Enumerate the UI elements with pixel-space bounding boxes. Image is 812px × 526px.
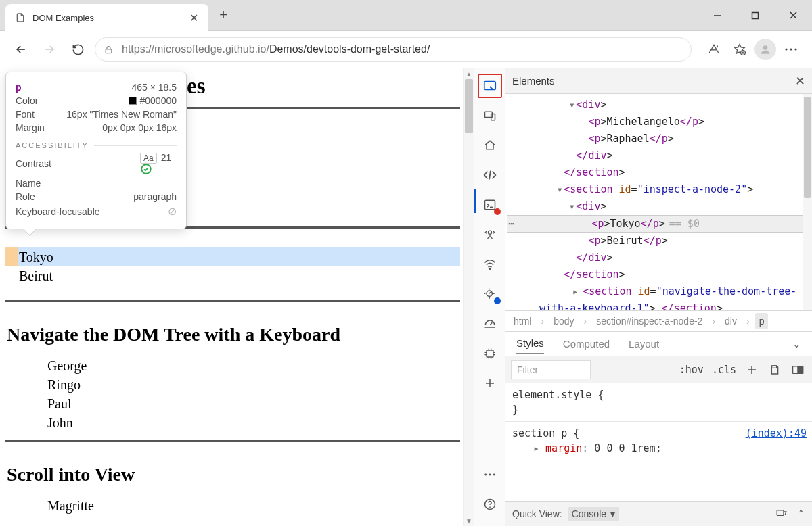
margin-overlay: [5, 247, 18, 266]
url-origin: https://microsoftedge.github.io/: [122, 43, 269, 55]
devtools-header: Elements ✕: [505, 68, 812, 94]
application-icon[interactable]: [478, 341, 502, 366]
svg-rect-40: [773, 366, 776, 368]
svg-rect-13: [484, 82, 495, 90]
svg-rect-22: [487, 350, 493, 357]
overflow-icon[interactable]: [478, 462, 502, 487]
css-declaration[interactable]: ▸ margin: 0 0 0 1rem;: [512, 441, 807, 456]
breadcrumb-item[interactable]: div: [721, 313, 741, 329]
dom-node[interactable]: <p>Beirut</p>: [507, 233, 803, 249]
dom-node[interactable]: </div>: [507, 249, 803, 266]
tab-styles[interactable]: Styles: [516, 333, 544, 354]
dom-node[interactable]: ▶<section id="navigate-the-dom-tree-with…: [507, 283, 803, 310]
dom-node[interactable]: </section>: [507, 164, 803, 181]
close-window-icon[interactable]: [774, 0, 812, 30]
chevron-down-icon[interactable]: ⌄: [792, 338, 801, 350]
minimize-icon[interactable]: [698, 0, 736, 30]
new-rule-icon[interactable]: [743, 364, 761, 376]
new-tab-button[interactable]: +: [208, 0, 238, 30]
rule-close: }: [512, 402, 807, 417]
read-aloud-icon[interactable]: [702, 38, 725, 61]
styles-tab-bar: Styles Computed Layout ⌄: [505, 332, 812, 356]
quick-view-bar: Quick View: Console ▾ ⌃: [505, 502, 812, 526]
refresh-button[interactable]: [66, 38, 89, 61]
list-item: Magritte: [38, 496, 460, 515]
dom-tree[interactable]: ▼<div> <p>Michelangelo</p> <p>Raphael</p…: [505, 94, 803, 310]
page-scrollbar[interactable]: ▲ ▼: [463, 68, 474, 526]
inspected-element-highlight[interactable]: Tokyo: [5, 247, 460, 266]
tab-computed[interactable]: Computed: [563, 334, 610, 354]
performance-icon[interactable]: [478, 282, 502, 306]
save-icon[interactable]: [766, 364, 784, 375]
network-icon[interactable]: [478, 252, 502, 277]
svg-rect-4: [106, 49, 112, 53]
list-item: Paul: [38, 394, 460, 413]
page-icon: [15, 12, 26, 23]
hov-toggle[interactable]: :hov: [678, 361, 705, 379]
scroll-down-icon[interactable]: ▼: [464, 515, 474, 526]
label: Role: [16, 191, 35, 202]
forward-button[interactable]: [38, 38, 61, 61]
devtools-close-icon[interactable]: ✕: [795, 74, 805, 89]
memory-icon[interactable]: [478, 312, 502, 336]
dom-node[interactable]: <p>Michelangelo</p>: [507, 114, 803, 130]
highlighted-text: Tokyo: [18, 247, 460, 266]
dom-node[interactable]: ▼<section id="inspect-a-node-2">: [507, 181, 803, 198]
more-tools-icon[interactable]: [478, 371, 502, 396]
browser-tab[interactable]: DOM Examples ✕: [5, 4, 208, 31]
inspect-element-tool-icon[interactable]: [478, 74, 502, 98]
console-icon[interactable]: [478, 193, 502, 217]
issues-icon[interactable]: [775, 508, 788, 519]
devtools-panel: Elements ✕ ▼<div> <p>Michelangelo</p> <p…: [474, 68, 812, 526]
contrast-badge: Aa: [140, 153, 157, 164]
styles-rules[interactable]: element.style { } section p {(index):49 …: [505, 383, 812, 502]
dom-node[interactable]: <p>Raphael</p>: [507, 130, 803, 147]
svg-point-35: [493, 474, 495, 476]
breadcrumb-item[interactable]: html: [510, 313, 535, 329]
scrollbar-thumb[interactable]: [465, 79, 473, 133]
tab-close-icon[interactable]: ✕: [188, 11, 199, 24]
svg-point-10: [790, 48, 792, 50]
tab-title: DOM Examples: [32, 13, 181, 23]
dom-node[interactable]: </div>: [507, 147, 803, 164]
device-emulation-icon[interactable]: [478, 103, 502, 128]
breadcrumb-item[interactable]: section#inspect-a-node-2: [592, 313, 706, 329]
chevron-up-icon[interactable]: ⌃: [797, 508, 805, 519]
breadcrumb[interactable]: htmlbodysection#inspect-a-node-2divp: [505, 310, 812, 332]
sources-icon[interactable]: [478, 222, 502, 247]
breadcrumb-item[interactable]: p: [755, 313, 769, 329]
label: Margin: [16, 122, 45, 133]
check-icon: [140, 163, 177, 175]
svg-point-11: [794, 48, 796, 50]
breadcrumb-item[interactable]: body: [549, 313, 578, 329]
elements-icon[interactable]: [478, 163, 502, 187]
svg-rect-43: [777, 510, 784, 516]
favorite-icon[interactable]: [728, 38, 751, 61]
scrollbar-thumb[interactable]: [804, 97, 811, 198]
scroll-up-icon[interactable]: ▲: [464, 68, 474, 79]
dom-node[interactable]: </section>: [507, 266, 803, 283]
quick-view-select[interactable]: Console ▾: [568, 507, 619, 521]
back-button[interactable]: [9, 38, 32, 61]
maximize-icon[interactable]: [736, 0, 774, 30]
svg-point-9: [785, 48, 787, 50]
tab-layout[interactable]: Layout: [629, 334, 659, 354]
dom-node[interactable]: ▼<div>: [507, 198, 803, 215]
toggle-pane-icon[interactable]: [789, 365, 807, 375]
list-item: Beirut: [5, 266, 460, 285]
welcome-icon[interactable]: [478, 133, 502, 158]
dom-scrollbar[interactable]: [803, 94, 812, 310]
color-value: #000000: [129, 95, 177, 106]
svg-point-8: [763, 45, 768, 50]
help-icon[interactable]: [478, 492, 502, 517]
styles-filter-input[interactable]: Filter: [511, 360, 591, 379]
label: Name: [16, 178, 41, 189]
profile-button[interactable]: [754, 38, 777, 61]
address-bar[interactable]: https://microsoftedge.github.io/Demos/de…: [95, 37, 692, 62]
list-item: Ringo: [38, 375, 460, 394]
rule-source-link[interactable]: (index):49: [746, 426, 807, 441]
dom-node[interactable]: ▼<div>: [507, 97, 803, 114]
more-icon[interactable]: [780, 38, 803, 61]
dom-node[interactable]: ⋯ <p>Tokyo</p>== $0: [507, 215, 803, 233]
cls-toggle[interactable]: .cls: [710, 361, 738, 379]
